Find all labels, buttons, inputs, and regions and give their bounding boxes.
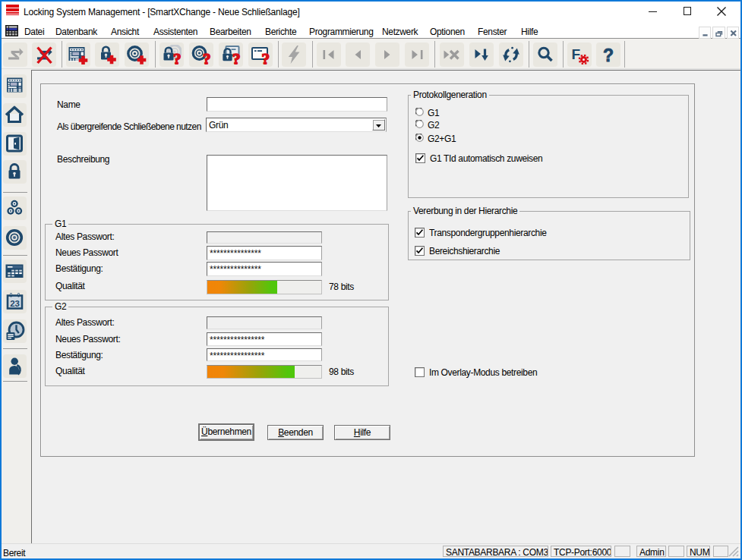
svg-text:?: ? bbox=[232, 50, 241, 65]
svg-text:?: ? bbox=[203, 50, 211, 65]
svg-text:F: F bbox=[572, 46, 581, 62]
svg-text:23: 23 bbox=[10, 299, 20, 308]
svg-text:?: ? bbox=[262, 50, 270, 65]
svg-text:?: ? bbox=[173, 50, 182, 65]
svg-text:?: ? bbox=[603, 46, 614, 65]
